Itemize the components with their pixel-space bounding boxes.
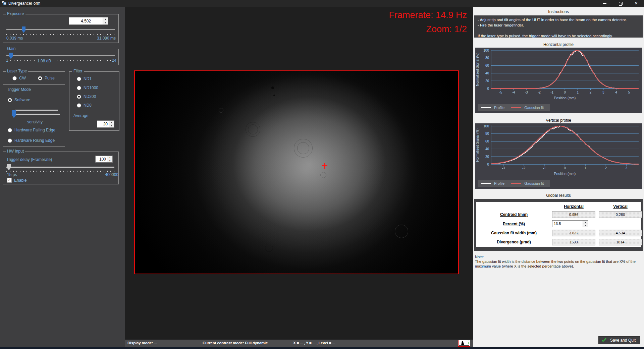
- svg-text:0: 0: [564, 166, 566, 170]
- svg-text:Position (mm): Position (mm): [554, 172, 576, 176]
- spinner-up-icon[interactable]: ▲: [583, 221, 588, 224]
- restore-button[interactable]: [612, 0, 628, 7]
- spinner-up-icon[interactable]: ▲: [103, 17, 108, 21]
- trigger-delay-slider-track[interactable]: [6, 167, 114, 168]
- fit-width-horizontal-value: 3.832: [552, 230, 595, 236]
- filter-group: Filter ND1 ND1000 ND200 ND8: [69, 71, 119, 116]
- sensitivity-slider-track-upper[interactable]: [15, 110, 58, 111]
- note-title: Note:: [475, 254, 643, 259]
- enable-checkbox-row[interactable]: Enable: [7, 178, 26, 183]
- svg-text:100: 100: [483, 124, 489, 128]
- enable-checkbox[interactable]: [7, 178, 12, 183]
- instruction-line: - Adjust tip and tilt angles of the UUT …: [478, 17, 639, 22]
- radio-nd1000[interactable]: ND1000: [77, 85, 98, 90]
- trigger-delay-spinner: ▲▼: [107, 156, 112, 162]
- radio-pulse[interactable]: Pulse: [38, 76, 55, 80]
- svg-text:0: 0: [487, 163, 489, 166]
- save-and-quit-label: Save and Quit: [610, 338, 636, 343]
- legend-gaussian-fit: Gaussian fit: [511, 181, 544, 185]
- beam-speck: [271, 86, 274, 89]
- global-results-frame: Horizontal Vertical Centroid (mm) 0.956 …: [474, 199, 643, 251]
- legend-profile-label: Profile: [494, 106, 504, 110]
- svg-text:3: 3: [626, 166, 628, 170]
- radio-nd8[interactable]: ND8: [77, 103, 92, 108]
- radio-software-label: Software: [14, 98, 30, 102]
- svg-text:-3: -3: [502, 166, 505, 170]
- trigger-mode-group: Trigger Mode Software sensivity Hardware…: [3, 90, 65, 147]
- gain-slider-ticks-left: [10, 60, 37, 61]
- average-value[interactable]: 20: [97, 121, 109, 127]
- window-title: DivergeanceForm: [8, 1, 40, 6]
- diffraction-ring: [248, 124, 258, 134]
- trigger-delay-min-label: 15 µs: [7, 172, 17, 177]
- spinner-down-icon[interactable]: ▼: [103, 21, 108, 24]
- average-spinner: ▲▼: [109, 121, 114, 127]
- radio-hw-rising[interactable]: Hardware Rising Edge: [8, 138, 55, 143]
- svg-text:100: 100: [483, 49, 489, 52]
- average-input[interactable]: 20 ▲▼: [97, 120, 114, 128]
- percent-value[interactable]: 13.5: [552, 221, 583, 227]
- exposure-slider-ticks: [6, 34, 115, 35]
- centroid-vertical-value: 0.280: [599, 211, 642, 218]
- radio-nd1[interactable]: ND1: [77, 76, 92, 81]
- sensitivity-slider-thumb[interactable]: [12, 110, 16, 118]
- diffraction-ring: [395, 225, 408, 238]
- gaussian-fit-line-swatch: [511, 183, 521, 184]
- radio-nd200[interactable]: ND200: [77, 94, 96, 99]
- note-block: Note: The gaussian fit width is the dist…: [475, 254, 643, 269]
- legend-profile: Profile: [481, 106, 504, 110]
- trigger-delay-slider-thumb[interactable]: [7, 164, 11, 170]
- diffraction-ring: [219, 108, 223, 113]
- exposure-slider-thumb[interactable]: [22, 26, 25, 33]
- trigger-delay-input[interactable]: 100 ▲▼: [95, 156, 113, 163]
- horizontal-profile-chart: 020406080100-5-4-3-2-1012345Position (mm…: [475, 48, 642, 113]
- svg-text:80: 80: [485, 56, 489, 60]
- radio-hw-rising-label: Hardware Rising Edge: [14, 138, 55, 143]
- close-icon: ✕: [634, 1, 638, 5]
- app-icon: [1, 0, 7, 7]
- gain-max-label: 24: [112, 58, 116, 63]
- radio-hw-falling[interactable]: Hardware Falling Edge: [8, 128, 55, 132]
- sensitivity-slider-track[interactable]: [12, 114, 60, 115]
- fit-width-vertical-value: 4.534: [599, 230, 642, 236]
- radio-software[interactable]: Software: [8, 98, 30, 102]
- chart-legend: Profile Gaussian fit: [478, 104, 550, 111]
- spinner-down-icon[interactable]: ▼: [583, 224, 588, 227]
- spinner-up-icon[interactable]: ▲: [107, 156, 112, 159]
- gain-slider-thumb[interactable]: [9, 53, 13, 59]
- trigger-delay-value[interactable]: 100: [96, 156, 107, 162]
- svg-text:-3: -3: [525, 91, 528, 94]
- radio-hw-rising-icon: [8, 138, 12, 143]
- vertical-column-header: Vertical: [597, 204, 644, 209]
- radio-cw-label: CW: [19, 76, 26, 80]
- radio-cw-icon: [12, 76, 17, 80]
- spinner-up-icon[interactable]: ▲: [109, 121, 114, 124]
- save-and-quit-button[interactable]: Save and Quit: [598, 336, 640, 344]
- exposure-input[interactable]: 4.502 ▲▼: [69, 17, 108, 25]
- average-group-title: Average: [72, 113, 90, 118]
- svg-text:60: 60: [485, 139, 489, 143]
- laser-type-group-title: Laser Type: [6, 69, 28, 73]
- exposure-value[interactable]: 4.502: [69, 17, 103, 24]
- profile-line-swatch: [481, 183, 491, 184]
- enable-label: Enable: [14, 178, 26, 183]
- gain-slider-track[interactable]: [6, 55, 115, 56]
- minimize-button[interactable]: [597, 0, 612, 7]
- radio-nd1000-label: ND1000: [84, 85, 98, 90]
- divergence-form-window: DivergeanceForm ✕ Exposure 4.502 ▲▼ 0.03…: [0, 0, 644, 349]
- exposure-group-title: Exposure: [6, 11, 25, 16]
- radio-cw[interactable]: CW: [12, 76, 26, 80]
- spinner-down-icon[interactable]: ▼: [107, 159, 112, 162]
- exposure-max-label: 31.080 ms: [97, 36, 116, 41]
- histogram-icon[interactable]: [458, 340, 470, 347]
- svg-text:-4: -4: [512, 91, 515, 94]
- close-button[interactable]: ✕: [628, 0, 644, 7]
- svg-text:3: 3: [602, 91, 604, 94]
- restore-icon: [619, 2, 622, 5]
- radio-hw-falling-label: Hardware Falling Edge: [14, 128, 55, 132]
- profile-line-swatch: [481, 107, 491, 108]
- trigger-delay-max-label: 400000: [105, 172, 118, 177]
- check-icon: [601, 338, 607, 343]
- percent-input[interactable]: 13.5 ▲▼: [552, 220, 588, 227]
- spinner-down-icon[interactable]: ▼: [109, 124, 114, 128]
